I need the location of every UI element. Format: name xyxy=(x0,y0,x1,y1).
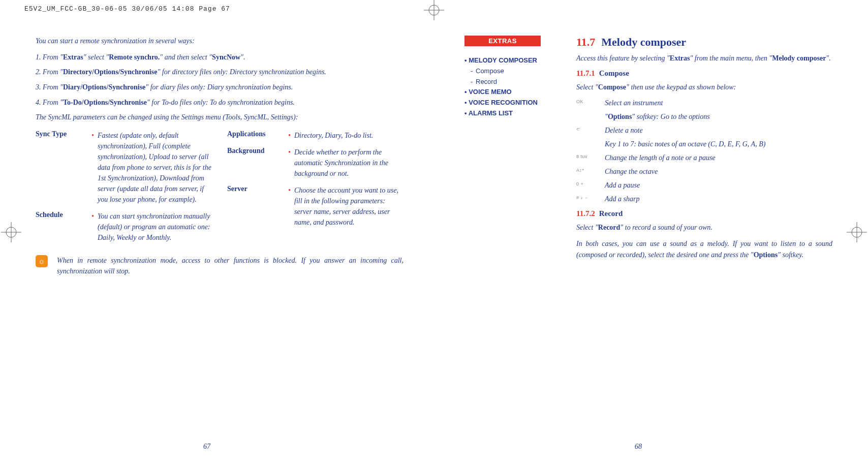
intro-text: You can start a remote synchronization i… xyxy=(36,36,404,47)
extras-chip: EXTRAS xyxy=(464,36,541,46)
subsection-body: Select "Compose" then use the keypad as … xyxy=(576,82,832,93)
number-keys-icon xyxy=(576,139,594,140)
note-text: When in remote synchronization mode, acc… xyxy=(57,255,404,276)
param-background: Background Decide whether to perform the… xyxy=(227,147,404,179)
list-item: 4. From "To-Do/Options/Synchronise" for … xyxy=(36,97,404,108)
crop-mark-top xyxy=(419,0,449,20)
page-right: EXTRAS • MELODY COMPOSER Compose Record … xyxy=(449,36,832,276)
closing-text: In both cases, you can use a sound as a … xyxy=(576,238,832,260)
toc-item: • VOICE RECOGNITION xyxy=(464,98,556,108)
section-body: Access this feature by selecting "Extras… xyxy=(576,53,832,64)
print-header: E5V2_UM_FCC-GB_30-06-05 30/06/05 14:08 P… xyxy=(24,5,230,13)
key-row: A↕* Change the octave xyxy=(576,166,832,177)
subsection-body: Select "Record" to record a sound of you… xyxy=(576,222,832,233)
section-title: 11.7Melody composer xyxy=(576,36,832,49)
star-key-icon: A↕* xyxy=(576,166,594,173)
key-row: Key 1 to 7: basic notes of an octave (C,… xyxy=(576,139,832,149)
key-row: "Options" softkey: Go to the options xyxy=(576,111,832,122)
ok-key-icon: OK xyxy=(576,98,594,104)
clear-key-icon: ⊂ xyxy=(576,125,594,132)
toc-item: • ALARMS LIST xyxy=(464,108,556,119)
page-number: 68 xyxy=(635,443,642,451)
param-sync-type: Sync Type Fastest (update only, default … xyxy=(36,130,212,205)
list-item: 1. From "Extras" select "Remote synchro.… xyxy=(36,52,404,63)
crop-mark-right xyxy=(847,217,867,250)
softkey-icon xyxy=(576,111,594,113)
toc-item: Record xyxy=(464,77,556,87)
list-item: 3. From "Diary/Options/Synchronise" for … xyxy=(36,82,404,93)
key-row: OK Select an instrument xyxy=(576,98,832,108)
key-row: 0 + Add a pause xyxy=(576,180,832,191)
param-server: Server Choose the account you want to us… xyxy=(227,185,404,228)
lightbulb-icon: ☼ xyxy=(36,255,48,267)
list-item: 2. From "Directory/Options/Synchronise" … xyxy=(36,67,404,78)
param-schedule: Schedule You can start synchronization m… xyxy=(36,211,212,243)
page-left: You can start a remote synchronization i… xyxy=(36,36,419,276)
subsection-title: 11.7.1Compose xyxy=(576,69,832,78)
page-number: 67 xyxy=(203,443,210,451)
key-row: 8 tuv Change the length of a note or a p… xyxy=(576,152,832,163)
param-applications: Applications Directory, Diary, To-do lis… xyxy=(227,130,404,141)
note-block: ☼ When in remote synchronization mode, a… xyxy=(36,255,404,276)
key-row: # ♪ ← Add a sharp xyxy=(576,194,832,204)
toc-item: Compose xyxy=(464,66,556,77)
crop-mark-left xyxy=(1,217,21,250)
settings-line: The SyncML parameters can be changed usi… xyxy=(36,112,404,123)
key-0-icon: 0 + xyxy=(576,180,594,187)
hash-key-icon: # ♪ ← xyxy=(576,194,594,200)
toc-item: • MELODY COMPOSER xyxy=(464,55,556,66)
toc-item: • VOICE MEMO xyxy=(464,87,556,98)
key-8-icon: 8 tuv xyxy=(576,152,594,159)
subsection-title: 11.7.2Record xyxy=(576,209,832,218)
key-row: ⊂ Delete a note xyxy=(576,125,832,136)
